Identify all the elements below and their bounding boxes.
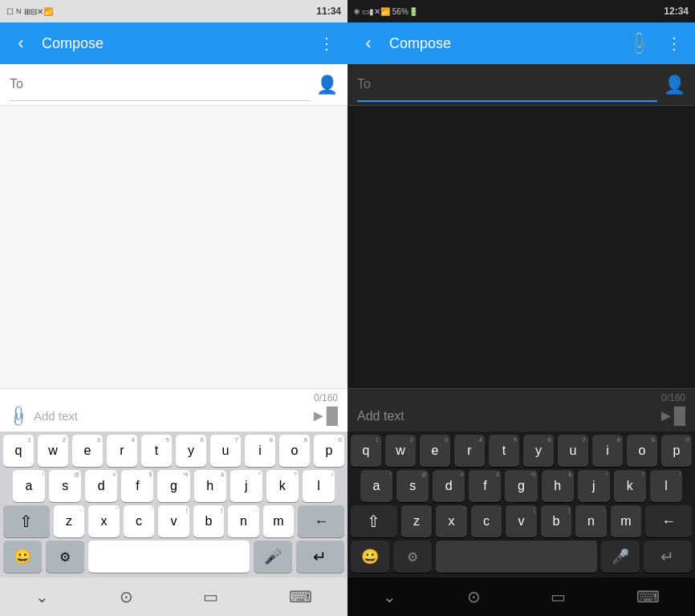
right-add-text-row: Add text ►█	[348, 403, 695, 432]
left-key-s[interactable]: @s	[49, 470, 81, 502]
left-more-button[interactable]: ⋮	[312, 29, 341, 58]
right-key-z[interactable]: -z	[401, 505, 433, 537]
left-mic-key[interactable]: 🎤	[254, 541, 292, 573]
right-key-x[interactable]: "x	[436, 505, 467, 537]
right-shift-key[interactable]: ⇧	[351, 505, 397, 537]
left-key-d[interactable]: #d	[85, 470, 117, 502]
right-key-i[interactable]: 8i	[592, 435, 623, 467]
right-contact-icon[interactable]: 👤	[664, 75, 685, 95]
left-key-w[interactable]: 2w	[38, 435, 68, 467]
right-key-y[interactable]: 6y	[523, 435, 554, 467]
left-key-u[interactable]: 7u	[210, 435, 241, 467]
right-time: 12:34	[664, 6, 689, 17]
left-contact-icon[interactable]: 👤	[316, 75, 338, 95]
right-key-l[interactable]: /l	[650, 470, 682, 502]
left-key-k[interactable]: ?k	[266, 470, 299, 502]
left-to-input[interactable]	[10, 68, 310, 100]
right-kb-bottom-row: 😀 ⚙ 🎤 ↵	[348, 537, 695, 578]
left-shift-key[interactable]: ⇧	[3, 505, 50, 537]
right-key-o[interactable]: 9o	[627, 435, 657, 467]
left-nav-bar: ⌄ ⊙ ▭ ⌨	[0, 578, 348, 616]
left-key-o[interactable]: 9o	[279, 435, 310, 467]
left-space-key[interactable]	[88, 541, 250, 573]
right-nav-back[interactable]: ⌄	[383, 587, 396, 606]
right-key-u[interactable]: 7u	[558, 435, 588, 467]
left-key-r[interactable]: 4r	[107, 435, 137, 467]
left-add-text-placeholder[interactable]: Add text	[34, 409, 304, 423]
left-nav-home[interactable]: ⊙	[120, 587, 133, 606]
right-keyboard: 1q 2w 3e 4r 5t 6y 7u 8i 9o 0p !a @s #d £…	[348, 432, 695, 578]
left-top-bar-title: Compose	[42, 35, 306, 52]
right-key-a[interactable]: !a	[360, 470, 392, 502]
right-key-e[interactable]: 3e	[420, 435, 450, 467]
left-key-n[interactable]: -n	[228, 505, 259, 537]
right-key-w[interactable]: 2w	[385, 435, 416, 467]
right-paperclip-button[interactable]: 📎	[619, 23, 660, 64]
left-nav-recents[interactable]: ▭	[203, 587, 218, 606]
left-key-x[interactable]: "x	[88, 505, 120, 537]
right-key-s[interactable]: @s	[396, 470, 429, 502]
right-key-b[interactable]: )b	[541, 505, 572, 537]
left-nav-keyboard[interactable]: ⌨	[289, 587, 312, 606]
left-key-h[interactable]: &h	[194, 470, 226, 502]
right-key-t[interactable]: 5t	[489, 435, 519, 467]
right-nav-recents[interactable]: ▭	[551, 587, 566, 606]
left-send-icon[interactable]: ►█	[311, 407, 338, 425]
left-key-b[interactable]: )b	[193, 505, 225, 537]
left-key-l[interactable]: /l	[303, 470, 335, 502]
right-settings-key[interactable]: ⚙	[393, 541, 432, 573]
right-key-c[interactable]: 'c	[471, 505, 502, 537]
right-add-text-placeholder[interactable]: Add text	[357, 409, 652, 424]
left-key-y[interactable]: 6y	[176, 435, 206, 467]
right-key-p[interactable]: 0p	[661, 435, 692, 467]
left-nav-back[interactable]: ⌄	[35, 587, 49, 606]
right-delete-key[interactable]: ←	[645, 505, 692, 537]
left-key-i[interactable]: 8i	[245, 435, 275, 467]
bt-icon: ⎈	[354, 6, 360, 17]
right-key-m[interactable]: :m	[611, 505, 642, 537]
left-enter-key[interactable]: ↵	[296, 541, 344, 573]
right-key-d[interactable]: #d	[433, 470, 465, 502]
left-keyboard: 1q 2w 3e 4r 5t 6y 7u 8i 9o 0p !a @s #d $…	[0, 432, 348, 578]
right-key-q[interactable]: 1q	[351, 435, 381, 467]
right-emoji-key[interactable]: 😀	[351, 541, 389, 573]
right-space-key[interactable]	[436, 541, 597, 573]
left-key-a[interactable]: !a	[13, 470, 45, 502]
left-status-icons: ☐ N ⊞⊟✕📶	[6, 7, 53, 16]
left-key-g[interactable]: %g	[157, 470, 189, 502]
left-kb-bottom-row: 😀 ⚙ 🎤 ↵	[0, 537, 348, 578]
right-back-button[interactable]: ‹	[354, 29, 383, 58]
left-key-v[interactable]: (v	[158, 505, 189, 537]
left-attach-icon[interactable]: 📎	[6, 403, 30, 428]
left-key-c[interactable]: 'c	[124, 505, 155, 537]
right-to-input[interactable]	[357, 68, 657, 100]
right-more-button[interactable]: ⋮	[660, 29, 689, 58]
right-key-j[interactable]: *j	[578, 470, 610, 502]
right-mic-key[interactable]: 🎤	[601, 541, 640, 573]
left-key-p[interactable]: 0p	[314, 435, 344, 467]
right-key-r[interactable]: 4r	[454, 435, 485, 467]
left-back-button[interactable]: ‹	[6, 29, 35, 58]
right-nav-home[interactable]: ⊙	[467, 587, 481, 606]
right-key-h[interactable]: &h	[542, 470, 574, 502]
right-enter-key[interactable]: ↵	[644, 541, 692, 573]
right-top-bar-title: Compose	[389, 35, 618, 52]
left-delete-key[interactable]: ←	[298, 505, 344, 537]
right-key-k[interactable]: ?k	[614, 470, 646, 502]
right-send-icon[interactable]: ►█	[658, 407, 685, 425]
right-key-g[interactable]: %g	[505, 470, 537, 502]
left-key-q[interactable]: 1q	[3, 435, 34, 467]
left-key-m[interactable]: :m	[263, 505, 295, 537]
left-key-e[interactable]: 3e	[72, 435, 103, 467]
left-key-z[interactable]: -z	[54, 505, 85, 537]
left-key-t[interactable]: 5t	[141, 435, 172, 467]
left-key-j[interactable]: *j	[230, 470, 262, 502]
right-key-f[interactable]: £f	[469, 470, 501, 502]
left-key-f[interactable]: $f	[121, 470, 153, 502]
left-emoji-key[interactable]: 😀	[3, 541, 42, 573]
right-nav-keyboard[interactable]: ⌨	[636, 587, 660, 606]
right-key-v[interactable]: (v	[506, 505, 537, 537]
left-settings-key[interactable]: ⚙	[46, 541, 84, 573]
left-kb-row-3: ⇧ -z "x 'c (v )b -n :m ←	[0, 502, 348, 537]
right-key-n[interactable]: -n	[575, 505, 607, 537]
